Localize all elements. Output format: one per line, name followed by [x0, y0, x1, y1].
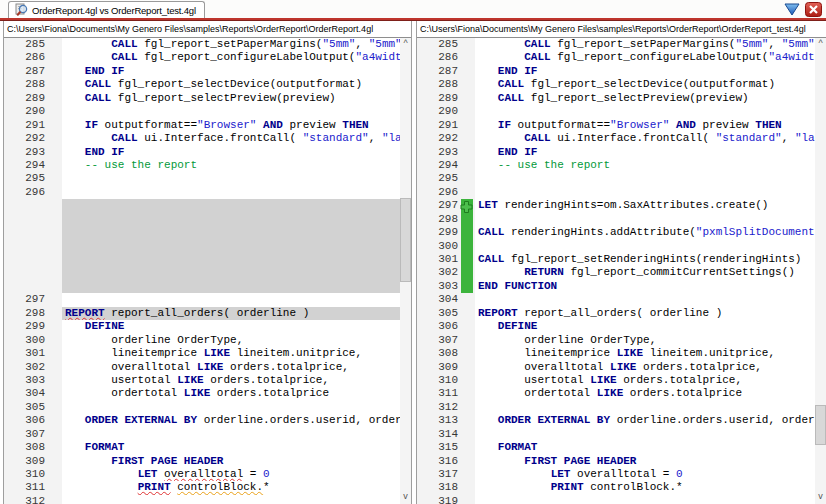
- right-vertical-scrollbar[interactable]: ^ v: [815, 38, 826, 504]
- line-number: 303: [4, 374, 48, 387]
- code-text: CALL ui.Interface.frontCall( "standard",…: [475, 132, 815, 145]
- glyph-margin: [461, 481, 475, 494]
- code-line: 314: [417, 428, 815, 441]
- code-line: 309 overalltotal LIKE orders.totalprice,: [417, 361, 815, 374]
- line-number: [4, 199, 48, 212]
- code-line: [4, 213, 400, 226]
- code-line: 296: [417, 186, 815, 199]
- glyph-margin: [461, 240, 475, 253]
- scrollbar-thumb[interactable]: [400, 198, 411, 282]
- glyph-margin: [48, 307, 62, 320]
- glyph-margin: [48, 334, 62, 347]
- collapse-triangle-button[interactable]: [784, 3, 800, 16]
- glyph-margin: [48, 280, 62, 293]
- scroll-down-arrow[interactable]: v: [400, 491, 411, 503]
- glyph-margin: [48, 441, 62, 454]
- tab-title: OrderReport.4gl vs OrderReport_test.4gl: [32, 5, 196, 16]
- line-number: 294: [4, 159, 48, 172]
- line-number: 303: [417, 280, 461, 293]
- code-text: CALL fgl_report_configureLabelOutput("a4…: [62, 51, 400, 64]
- code-line: 317 LET overalltotal = 0: [417, 468, 815, 481]
- code-line: 302 RETURN fgl_report_commitCurrentSetti…: [417, 266, 815, 279]
- scrollbar-thumb[interactable]: [815, 405, 826, 445]
- glyph-margin: [48, 374, 62, 387]
- code-line: 318 PRINT controlBlock.*: [417, 481, 815, 494]
- right-file-path: C:\Users\Fiona\Documents\My Genero Files…: [417, 21, 826, 38]
- code-line: 303 usertotal LIKE orders.totalprice,: [4, 374, 400, 387]
- code-text: CALL fgl_report_setRenderingHints(render…: [475, 253, 815, 266]
- glyph-margin: [48, 361, 62, 374]
- code-line: 286 CALL fgl_report_configureLabelOutput…: [417, 51, 815, 64]
- line-number: 305: [4, 401, 48, 414]
- code-text: IF outputformat=="Browser" AND preview T…: [475, 119, 815, 132]
- code-text: FIRST PAGE HEADER: [475, 455, 815, 468]
- glyph-margin: [461, 280, 475, 293]
- line-number: 304: [4, 387, 48, 400]
- left-file-path: C:\Users\Fiona\Documents\My Genero Files…: [4, 21, 411, 38]
- added-lines-bar: [461, 280, 473, 293]
- code-line: 291 IF outputformat=="Browser" AND previ…: [417, 119, 815, 132]
- code-text: CALL ui.Interface.frontCall( "standard",…: [62, 132, 400, 145]
- glyph-margin: [48, 495, 62, 504]
- scroll-up-arrow[interactable]: ^: [400, 38, 411, 50]
- added-lines-bar: [461, 253, 473, 266]
- line-number: 301: [417, 253, 461, 266]
- code-line: 302 overalltotal LIKE orders.totalprice,: [4, 361, 400, 374]
- close-button[interactable]: [805, 2, 822, 17]
- code-text: END IF: [475, 146, 815, 159]
- code-line: [4, 199, 400, 212]
- added-lines-bar: [461, 213, 473, 226]
- line-number: 298: [4, 307, 48, 320]
- code-text: CALL fgl_report_selectPreview(preview): [62, 92, 400, 105]
- line-number: 291: [417, 119, 461, 132]
- line-number: 294: [417, 159, 461, 172]
- code-line: 303END FUNCTION: [417, 280, 815, 293]
- line-number: 315: [417, 441, 461, 454]
- line-number: 300: [417, 240, 461, 253]
- code-line: 313 ORDER EXTERNAL BY orderline.orders.u…: [417, 414, 815, 427]
- code-line: 306 ORDER EXTERNAL BY orderline.orders.u…: [4, 414, 400, 427]
- line-number: 302: [4, 361, 48, 374]
- line-number: 299: [4, 320, 48, 333]
- code-text: [62, 428, 400, 441]
- code-text: FORMAT: [475, 441, 815, 454]
- left-vertical-scrollbar[interactable]: ^ v: [400, 38, 411, 504]
- glyph-margin: [461, 159, 475, 172]
- line-number: 313: [417, 414, 461, 427]
- removed-lines-placeholder: [62, 240, 400, 253]
- code-line: 301CALL fgl_report_setRenderingHints(ren…: [417, 253, 815, 266]
- line-number: 292: [417, 132, 461, 145]
- line-number: 310: [4, 468, 48, 481]
- code-line: 304 ordertotal LIKE orders.totalprice: [4, 387, 400, 400]
- glyph-margin: [48, 38, 62, 51]
- glyph-margin: [461, 105, 475, 118]
- code-text: CALL fgl_report_setPaperMargins("5mm", "…: [62, 38, 400, 51]
- glyph-margin: [48, 347, 62, 360]
- code-line: 287 END IF: [4, 65, 400, 78]
- line-number: 305: [417, 307, 461, 320]
- code-line: 291 IF outputformat=="Browser" AND previ…: [4, 119, 400, 132]
- glyph-margin: [461, 455, 475, 468]
- glyph-margin: [48, 293, 62, 306]
- glyph-margin: [461, 65, 475, 78]
- line-number: [4, 253, 48, 266]
- line-number: 309: [4, 455, 48, 468]
- code-line: 315 FORMAT: [417, 441, 815, 454]
- glyph-margin: [48, 481, 62, 494]
- glyph-margin: [461, 361, 475, 374]
- code-line: 311 ordertotal LIKE orders.totalprice: [417, 387, 815, 400]
- diff-tab[interactable]: OrderReport.4gl vs OrderReport_test.4gl: [8, 1, 205, 18]
- scroll-up-arrow[interactable]: ^: [815, 38, 826, 50]
- line-number: 319: [417, 495, 461, 504]
- line-number: 311: [417, 387, 461, 400]
- code-text: [62, 186, 400, 199]
- line-number: 295: [417, 172, 461, 185]
- glyph-margin: [48, 172, 62, 185]
- scroll-down-arrow[interactable]: v: [815, 491, 826, 503]
- code-text: [475, 240, 815, 253]
- line-number: 311: [4, 481, 48, 494]
- line-number: 299: [417, 226, 461, 239]
- code-text: ORDER EXTERNAL BY orderline.orders.useri…: [62, 414, 400, 427]
- code-text: LET renderingHints=om.SaxAttributes.crea…: [475, 199, 815, 212]
- code-line: 297: [4, 293, 400, 306]
